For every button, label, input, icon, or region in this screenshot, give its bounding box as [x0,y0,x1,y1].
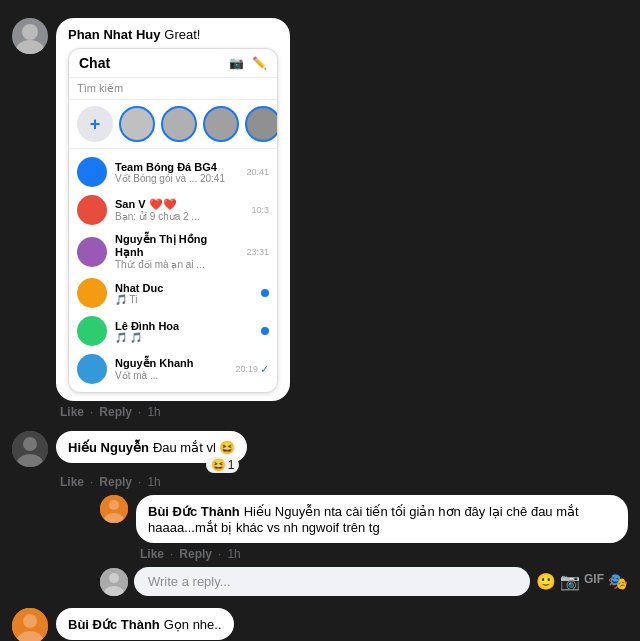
comment-content-1: Phan Nhat Huy Great! Chat 📷 ✏️ Tìm ki [56,18,628,419]
comment-text-1: Great! [164,27,200,42]
contact-avatar-4 [77,278,107,308]
author-bui-duc-thanh: Bùi Đức Thành [68,617,160,632]
contact-time-1: 20:41 [246,167,269,177]
gif-icon[interactable]: GIF [584,572,604,591]
svg-point-3 [23,437,37,451]
phone-header: Chat 📷 ✏️ [69,49,277,78]
avatar-phan-nhat-huy [12,18,48,54]
replies-area-2: Bùi Đức Thành Hiếu Nguyễn nta cài tiến t… [100,495,628,596]
comment-bubble-3: Bùi Đức Thành Gọn nhe.. [56,608,234,640]
reply-link-1[interactable]: Reply [99,405,132,419]
reply-1: Bùi Đức Thành Hiếu Nguyễn nta cài tiến t… [100,495,628,561]
contact-time-3: 23:31 [246,247,269,257]
contact-msg-2: Bạn: ửi 9 chưa 2 ... [115,211,243,222]
contact-info-6: Nguyễn Khanh Vốt mà ... [115,357,227,381]
comments-section: Phan Nhat Huy Great! Chat 📷 ✏️ Tìm ki [0,10,640,641]
contact-msg-6: Vốt mà ... [115,370,227,381]
reply-placeholder: Write a reply... [148,574,231,589]
comment-block-3: Bùi Đức Thành Gọn nhe.. Like · Reply · 1… [12,608,628,641]
comment-actions-2: Like · Reply · 1h [56,475,628,489]
story-4 [245,106,278,142]
like-link-1[interactable]: Like [60,405,84,419]
contact-name-6: Nguyễn Khanh [115,357,227,370]
contact-4: Nhat Duc 🎵 Ti [69,274,277,312]
contact-6: Nguyễn Khanh Vốt mà ... 20:19 ✓ [69,350,277,388]
comment-actions-1: Like · Reply · 1h [56,405,628,419]
contact-info-5: Lê Đình Hoa 🎵 🎵 [115,320,253,343]
svg-point-9 [109,573,119,583]
comment-bubble-1: Phan Nhat Huy Great! Chat 📷 ✏️ Tìm ki [56,18,290,401]
comment-text-2: Đau mắt vl 😆 [153,440,236,455]
contact-msg-1: Vốt Bóng gói và ... 20:41 [115,173,238,184]
time-2: 1h [147,475,160,489]
svg-point-1 [16,40,44,54]
unread-dot-4 [261,289,269,297]
contact-name-3: Nguyễn Thị Hồng Hạnh [115,233,238,259]
contact-avatar-3 [77,237,107,267]
phone-mockup: Chat 📷 ✏️ Tìm kiếm + [68,48,278,393]
reply-bubble-1: Bùi Đức Thành Hiếu Nguyễn nta cài tiến t… [136,495,628,543]
comment-block-1: Phan Nhat Huy Great! Chat 📷 ✏️ Tìm ki [12,18,628,419]
reply-input[interactable]: Write a reply... [134,567,530,596]
reply-time-1: 1h [227,547,240,561]
reply-reply-link-1[interactable]: Reply [179,547,212,561]
contact-avatar-5 [77,316,107,346]
phone-contacts: Team Bóng Đá BG4 Vốt Bóng gói và ... 20:… [69,149,277,392]
story-2 [161,106,197,142]
contact-time-tick-6: 20:19 ✓ [235,363,269,376]
edit-icon: ✏️ [252,56,267,70]
author-phan-nhat-huy: Phan Nhat Huy [68,27,160,42]
chat-icons: 📷 ✏️ [229,56,267,70]
contact-3: Nguyễn Thị Hồng Hạnh Thứ: đối mà ạn ai .… [69,229,277,274]
camera-icon: 📷 [229,56,244,70]
camera-icon-reply[interactable]: 📷 [560,572,580,591]
reply-content-1: Bùi Đức Thành Hiếu Nguyễn nta cài tiến t… [136,495,628,561]
comment-content-2: Hiếu Nguyễn Đau mắt vl 😆 😆 1 Like · Repl… [56,431,628,596]
contact-info-3: Nguyễn Thị Hồng Hạnh Thứ: đối mà ạn ai .… [115,233,238,270]
reply-icon-group: 🙂 📷 GIF 🎭 [536,572,628,591]
avatar-bui-duc-thanh [12,608,48,641]
contact-2: San V ❤️❤️ Bạn: ửi 9 chưa 2 ... 10:3 [69,191,277,229]
current-user-avatar [100,568,128,596]
write-reply-container: Write a reply... 🙂 📷 GIF 🎭 [100,567,628,596]
contact-msg-5: 🎵 🎵 [115,332,245,343]
emoji-icon[interactable]: 🙂 [536,572,556,591]
story-1 [119,106,155,142]
contact-name-5: Lê Đình Hoa [115,320,253,332]
contact-info-1: Team Bóng Đá BG4 Vốt Bóng gói và ... 20:… [115,161,238,184]
contact-name-1: Team Bóng Đá BG4 [115,161,238,173]
contact-name-2: San V ❤️❤️ [115,198,243,211]
reaction-1: 😆 1 [202,456,240,473]
contact-avatar-6 [77,354,107,384]
chat-title: Chat [79,55,110,71]
time-1: 1h [147,405,160,419]
reply-actions-1: Like · Reply · 1h [136,547,628,561]
contact-name-4: Nhat Duc [115,282,253,294]
reply-link-2[interactable]: Reply [99,475,132,489]
author-hieu-nguyen: Hiếu Nguyễn [68,440,149,455]
avatar-hieu-nguyen [12,431,48,467]
contact-5: Lê Đình Hoa 🎵 🎵 [69,312,277,350]
contact-msg-4: 🎵 Ti [115,294,245,305]
reaction-count: 1 [228,458,235,472]
contact-msg-3: Thứ: đối mà ạn ai ... [115,259,238,270]
contact-info-4: Nhat Duc 🎵 Ti [115,282,253,305]
contact-1: Team Bóng Đá BG4 Vốt Bóng gói và ... 20:… [69,153,277,191]
contact-time-2: 10:3 [251,205,269,215]
sticker-icon[interactable]: 🎭 [608,572,628,591]
like-link-2[interactable]: Like [60,475,84,489]
story-add-btn[interactable]: + [77,106,113,142]
comment-content-3: Bùi Đức Thành Gọn nhe.. Like · Reply · 1… [56,608,628,641]
comment-2: Hiếu Nguyễn Đau mắt vl 😆 😆 1 Like · Repl… [12,431,628,596]
comment-block-2: Hiếu Nguyễn Đau mắt vl 😆 😆 1 Like · Repl… [12,431,628,596]
contact-avatar-2 [77,195,107,225]
reply-author-1: Bùi Đức Thành [148,504,240,519]
reply-like-link-1[interactable]: Like [140,547,164,561]
comment-text-3: Gọn nhe.. [164,617,222,632]
comment-3: Bùi Đức Thành Gọn nhe.. Like · Reply · 1… [12,608,628,641]
svg-point-0 [22,24,38,40]
svg-point-6 [109,500,119,510]
chat-search-bar: Tìm kiếm [69,78,277,100]
story-row: + [69,100,277,149]
search-placeholder: Tìm kiếm [77,82,123,94]
